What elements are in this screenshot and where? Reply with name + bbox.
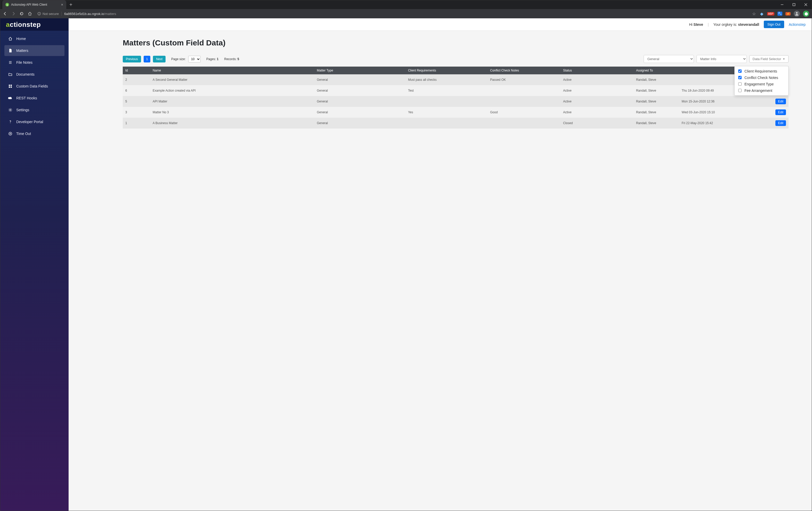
caret-down-icon: ▼ xyxy=(783,58,785,60)
filter-select-general[interactable]: General xyxy=(644,55,694,63)
data-field-selector-panel[interactable]: Client Requirements Conflict Check Notes… xyxy=(734,66,788,96)
info-icon xyxy=(37,12,41,16)
nav-reload-icon[interactable] xyxy=(19,11,24,16)
profile-avatar-icon[interactable] xyxy=(794,10,800,17)
page-size-select[interactable]: 10 xyxy=(188,56,201,62)
window-maximize-icon[interactable] xyxy=(788,0,800,9)
svg-point-12 xyxy=(10,109,11,111)
sidebar-item-time-out[interactable]: Time Out xyxy=(4,128,64,139)
nav-forward-icon[interactable] xyxy=(11,11,16,16)
page-1-button[interactable]: 1 xyxy=(144,56,151,62)
matters-table: Id Name Matter Type Client Requirements … xyxy=(123,66,788,129)
nav-back-icon[interactable] xyxy=(3,11,7,16)
svg-point-15 xyxy=(10,133,11,134)
cell-assigned: Randall, Steve xyxy=(634,118,679,129)
sidebar-item-home[interactable]: Home xyxy=(4,33,64,44)
table-row[interactable]: 1A Business MatterGeneralClosedRandall, … xyxy=(123,118,788,129)
cell-matter-type: General xyxy=(314,118,406,129)
extension-pip-badge[interactable]: P0 xyxy=(778,11,782,16)
checkbox[interactable] xyxy=(738,82,742,86)
sidebar-item-matters[interactable]: Matters xyxy=(4,45,64,56)
separator: | xyxy=(708,23,709,27)
address-bar[interactable]: Not secure 6a86561e5d1b.au.ngrok.io/matt… xyxy=(36,11,748,16)
checkbox[interactable] xyxy=(738,76,742,79)
option-label: Conflict Check Notes xyxy=(745,76,778,80)
extension-abp-badge[interactable]: ABP xyxy=(767,12,774,16)
table-row[interactable]: 2A Second General MatterGeneralMust pass… xyxy=(123,74,788,85)
filter-select-matter-info[interactable]: Matter Info xyxy=(696,55,747,63)
cloud-icon xyxy=(8,96,12,100)
field-selector-option[interactable]: Conflict Check Notes xyxy=(737,74,786,81)
th-matter-type[interactable]: Matter Type xyxy=(314,66,406,74)
th-assigned[interactable]: Assigned To xyxy=(634,66,679,74)
greeting: Hi Steve xyxy=(689,23,703,27)
brand-logo[interactable]: actionstep xyxy=(0,18,68,31)
previous-button[interactable]: Previous xyxy=(123,56,141,62)
cell-conflict xyxy=(488,118,560,129)
data-field-selector-button[interactable]: Data Field Selector ▼ xyxy=(749,55,788,63)
svg-rect-1 xyxy=(793,4,795,6)
browser-tab[interactable]: a Actionstep API Web Client × xyxy=(2,0,66,9)
th-name[interactable]: Name xyxy=(150,66,314,74)
th-client-req[interactable]: Client Requirements xyxy=(405,66,487,74)
window-minimize-icon[interactable] xyxy=(776,0,788,9)
edit-button[interactable]: Edit xyxy=(775,109,786,115)
edit-button[interactable]: Edit xyxy=(775,99,786,104)
sidebar-item-file-notes[interactable]: File Notes xyxy=(4,57,64,68)
field-selector-option[interactable]: Client Requirements xyxy=(737,68,786,74)
url-text: 6a86561e5d1b.au.ngrok.io/matters xyxy=(64,12,116,16)
logo-prefix: a xyxy=(6,21,10,29)
controls-row: Previous 1 Next Page size: 10 Pages: 1 R… xyxy=(123,55,788,63)
table-row[interactable]: 3Matter No 3GeneralYesGoodActiveRandall,… xyxy=(123,107,788,118)
th-status[interactable]: Status xyxy=(560,66,634,74)
svg-point-7 xyxy=(796,12,798,14)
table-row[interactable]: 5API MatterGeneralActiveRandall, SteveMo… xyxy=(123,96,788,107)
sidebar-item-documents[interactable]: Documents xyxy=(4,69,64,80)
diamond-icon[interactable]: ◆ xyxy=(759,11,764,16)
svg-rect-8 xyxy=(9,85,10,86)
insecure-label: Not secure xyxy=(42,12,59,16)
sidebar-item-rest-hooks[interactable]: REST Hooks xyxy=(4,93,64,104)
brand-link[interactable]: Actionstep xyxy=(789,23,806,27)
close-tab-icon[interactable]: × xyxy=(61,3,63,7)
new-tab-button[interactable]: + xyxy=(69,2,72,8)
cell-conflict xyxy=(488,96,560,107)
cell-conflict: Good xyxy=(488,107,560,118)
sidebar-item-label: Time Out xyxy=(16,132,31,136)
cell-status: Active xyxy=(560,107,634,118)
sidebar-item-developer-portal[interactable]: Developer Portal xyxy=(4,116,64,127)
cell-id: 1 xyxy=(123,118,150,129)
sidebar-item-settings[interactable]: Settings xyxy=(4,105,64,115)
next-button[interactable]: Next xyxy=(153,56,166,62)
window-close-icon[interactable] xyxy=(800,0,812,9)
th-id[interactable]: Id xyxy=(123,66,150,74)
target-icon xyxy=(8,131,12,136)
cell-matter-type: General xyxy=(314,107,406,118)
sign-out-button[interactable]: Sign Out xyxy=(764,21,784,28)
table-header-row: Id Name Matter Type Client Requirements … xyxy=(123,66,788,74)
th-conflict[interactable]: Conflict Check Notes xyxy=(488,66,560,74)
secondary-avatar-icon[interactable]: ⬤ xyxy=(803,10,809,17)
cell-conflict: Passed OK xyxy=(488,74,560,85)
checkbox[interactable] xyxy=(738,70,742,73)
sidebar-item-label: Home xyxy=(16,37,26,41)
option-label: Fee Arrangement xyxy=(745,88,772,93)
bookmark-star-icon[interactable]: ☆ xyxy=(752,11,756,16)
edit-button[interactable]: Edit xyxy=(775,120,786,126)
page-title: Matters (Custom Field Data) xyxy=(123,38,788,47)
field-selector-option[interactable]: Engagement Type xyxy=(737,81,786,87)
orgkey: Your orgkey is: steverandall xyxy=(713,23,759,27)
cell-assigned: Randall, Steve xyxy=(634,85,679,96)
cell-client-req xyxy=(405,118,487,129)
sidebar-item-custom-data-fields[interactable]: Custom Data Fields xyxy=(4,81,64,91)
nav-home-icon[interactable] xyxy=(28,11,32,16)
checkbox[interactable] xyxy=(738,89,742,92)
cell-name: A Second General Matter xyxy=(150,74,314,85)
cell-assigned: Randall, Steve xyxy=(634,107,679,118)
extension-badge[interactable]: ⚡ xyxy=(785,12,791,16)
table-row[interactable]: 6Example Action created via APIGeneralTe… xyxy=(123,85,788,96)
security-status[interactable]: Not secure xyxy=(37,12,59,16)
cell-date: Wed 03-Jun-2020 15:10 xyxy=(679,107,761,118)
cell-conflict xyxy=(488,85,560,96)
field-selector-option[interactable]: Fee Arrangement xyxy=(737,87,786,94)
